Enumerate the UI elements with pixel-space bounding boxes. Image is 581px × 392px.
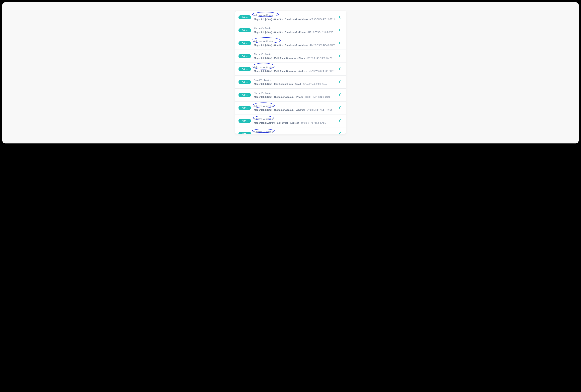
- item-info: Address VerificationMagento2 | (Admin) -…: [254, 117, 337, 124]
- description-separator: -: [308, 44, 310, 46]
- list-item[interactable]: ActivePhone VerificationMagento2 | (Site…: [235, 50, 346, 63]
- item-info: Address VerificationMagento2 | (Site) - …: [254, 66, 337, 73]
- description-separator: -: [299, 122, 301, 124]
- description-separator: -: [308, 18, 310, 20]
- usage-count: 0: [339, 67, 341, 71]
- verification-code: JY19-WX73-XH33-BH67: [310, 70, 334, 72]
- verification-code: NX25-GX99-BC49-RB99: [310, 44, 336, 46]
- description-title: Magento2 | (Site) - One-Step Checkout-1 …: [254, 31, 306, 33]
- verification-code: DT28-JU33-CK59-WJ79: [307, 57, 332, 59]
- usage-count: 0: [339, 41, 341, 45]
- verification-type: Phone Verification: [254, 53, 337, 56]
- verification-type: Email Verification: [254, 79, 337, 82]
- status-badge: Active: [238, 119, 251, 123]
- item-info: Address VerificationMagento2 | (Site) - …: [254, 40, 337, 47]
- verification-list-card: ActiveAddress VerificationMagento2 | (Si…: [235, 11, 346, 134]
- list-item[interactable]: ActiveAddress VerificationMagento2 | (Si…: [235, 37, 346, 50]
- verification-type: Phone Verification: [254, 92, 337, 95]
- verification-code: UX38-YT71-XH26-KK95: [301, 122, 326, 124]
- item-info: Phone VerificationMagento2 | (Site) - On…: [254, 27, 337, 34]
- status-badge: Active: [238, 132, 251, 134]
- usage-count: 0: [339, 119, 341, 123]
- verification-description: Magento2 | (Site) - Multi Page Checkout …: [254, 70, 337, 73]
- list-item[interactable]: ActiveAddress VerificationMagento2 | (Si…: [235, 63, 346, 76]
- item-info: Phone VerificationMagento2 | (Site) - Mu…: [254, 53, 337, 60]
- verification-type: Address Verification: [254, 66, 337, 69]
- list-item[interactable]: ActiveAddress VerificationMagento2 | (Si…: [235, 102, 346, 114]
- status-badge: Active: [238, 93, 251, 97]
- description-title: Magento2 | (Site) - Edit Account Info - …: [254, 83, 301, 85]
- status-badge: Active: [238, 80, 251, 84]
- list-item[interactable]: ActiveAddress VerificationMagento2 | (Ad…: [235, 127, 346, 134]
- status-badge: Active: [238, 41, 251, 45]
- verification-description: Magento2 | (Admin) - Edit Order - Addres…: [254, 121, 337, 124]
- usage-count: 0: [339, 132, 341, 134]
- verification-description: Magento2 | (Site) - Customer Account - A…: [254, 108, 337, 111]
- verification-type: Address Verification: [254, 118, 337, 120]
- verification-description: Magento2 | (Site) - One-Step Checkout-1 …: [254, 31, 337, 34]
- verification-description: Magento2 | (Site) - Edit Account Info - …: [254, 83, 337, 85]
- verification-code: DC36-PN31-MN62-UJ42: [305, 96, 330, 98]
- verification-code: ZZ63-NB42-AM81-TX64: [307, 109, 332, 111]
- list-item[interactable]: ActiveEmail VerificationMagento2 | (Site…: [235, 76, 346, 89]
- verification-code: HP13-ET39-UY48-MX99: [308, 31, 333, 33]
- item-info: Address VerificationMagento2 | (Admin) -…: [254, 130, 337, 134]
- description-separator: -: [306, 109, 307, 111]
- verification-description: Magento2 | (Site) - One-Step Checkout-2 …: [254, 18, 337, 21]
- list-item[interactable]: ActivePhone VerificationMagento2 | (Site…: [235, 24, 346, 37]
- verification-type: Address Verification: [254, 131, 337, 133]
- description-separator: -: [301, 83, 303, 85]
- verification-code: GZ74-FK46-JB39-DA57: [303, 83, 327, 85]
- description-separator: -: [308, 70, 310, 72]
- verification-description: Magento2 | (Site) - Customer Account - P…: [254, 96, 337, 98]
- usage-count: 0: [339, 80, 341, 84]
- verification-type: Address Verification: [254, 40, 337, 43]
- verification-description: Magento2 | (Site) - Multi Page Checkout …: [254, 57, 337, 60]
- item-info: Email VerificationMagento2 | (Site) - Ed…: [254, 79, 337, 85]
- usage-count: 0: [339, 93, 341, 97]
- list-item[interactable]: ActivePhone VerificationMagento2 | (Site…: [235, 89, 346, 102]
- usage-count: 0: [339, 54, 341, 58]
- status-badge: Active: [238, 54, 251, 58]
- description-title: Magento2 | (Site) - Multi Page Checkout …: [254, 70, 308, 72]
- usage-count: 0: [339, 28, 341, 32]
- verification-list: ActiveAddress VerificationMagento2 | (Si…: [235, 11, 346, 134]
- usage-count: 0: [339, 15, 341, 19]
- list-item[interactable]: ActiveAddress VerificationMagento2 | (Ad…: [235, 114, 346, 127]
- description-title: Magento2 | (Site) - Customer Account - A…: [254, 109, 306, 111]
- verification-code: CR35-EH96-RE29-FT11: [310, 18, 335, 20]
- description-title: Magento2 | (Admin) - Edit Order - Addres…: [254, 122, 299, 124]
- verification-type: Phone Verification: [254, 27, 337, 30]
- status-badge: Active: [238, 106, 251, 110]
- status-badge: Active: [238, 67, 251, 71]
- item-info: Address VerificationMagento2 | (Site) - …: [254, 104, 337, 111]
- description-separator: -: [306, 57, 307, 59]
- usage-count: 0: [339, 106, 341, 110]
- status-badge: Active: [238, 15, 251, 19]
- verification-type: Address Verification: [254, 105, 337, 108]
- description-title: Magento2 | (Site) - Customer Account - P…: [254, 96, 303, 98]
- status-badge: Active: [238, 28, 251, 32]
- description-title: Magento2 | (Site) - One-Step Checkout-2 …: [254, 18, 308, 20]
- description-title: Magento2 | (Site) - Multi Page Checkout …: [254, 57, 306, 59]
- item-info: Phone VerificationMagento2 | (Site) - Cu…: [254, 91, 337, 98]
- verification-type: Address Verification: [254, 14, 337, 17]
- item-info: Address VerificationMagento2 | (Site) - …: [254, 14, 337, 21]
- description-separator: -: [303, 96, 305, 98]
- list-item[interactable]: ActiveAddress VerificationMagento2 | (Si…: [235, 11, 346, 24]
- description-title: Magento2 | (Site) - One-Step Checkout-1 …: [254, 44, 308, 46]
- verification-description: Magento2 | (Site) - One-Step Checkout-1 …: [254, 44, 337, 47]
- description-separator: -: [306, 31, 308, 33]
